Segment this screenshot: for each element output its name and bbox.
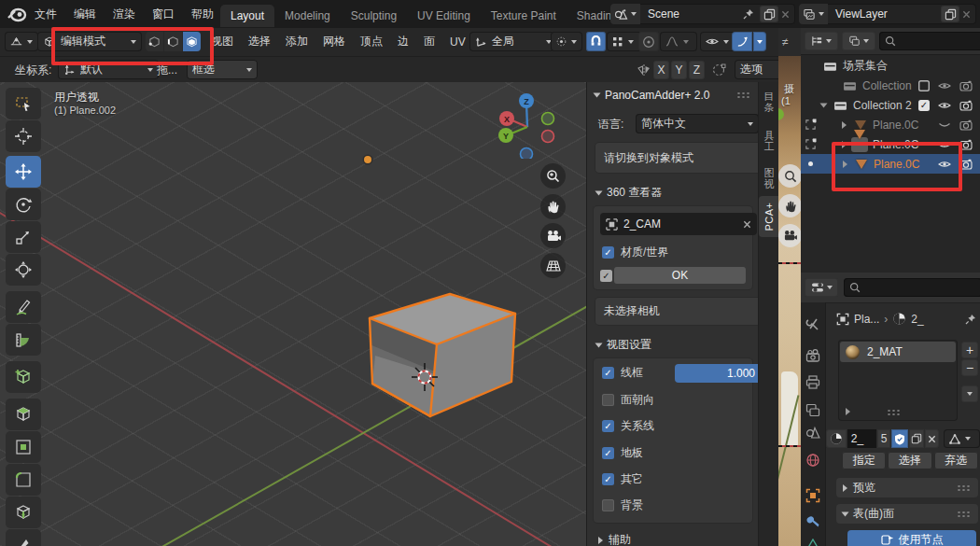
eye-icon[interactable] bbox=[938, 101, 951, 110]
tab-tool[interactable]: 工具 bbox=[759, 126, 778, 156]
tab-modeling[interactable]: Modeling bbox=[274, 5, 341, 27]
face-select-button[interactable] bbox=[183, 32, 201, 51]
tab-render-icon[interactable] bbox=[805, 349, 820, 362]
row-plane-selected[interactable]: Plane.0C bbox=[801, 154, 980, 174]
view-layer-name[interactable]: ViewLayer bbox=[828, 7, 941, 21]
strip-pan-button[interactable] bbox=[778, 194, 801, 217]
remove-slot-button[interactable]: − bbox=[961, 359, 978, 376]
pan-button[interactable] bbox=[540, 194, 566, 219]
snap-toggle[interactable] bbox=[586, 32, 606, 51]
face-orientation-row[interactable]: 面朝向 bbox=[602, 392, 654, 408]
overlays-chevron[interactable] bbox=[753, 32, 766, 51]
expand-icon[interactable] bbox=[842, 141, 847, 148]
tab-item[interactable]: 条目 bbox=[759, 87, 778, 117]
camera-name-field[interactable]: 2_CAM bbox=[600, 213, 757, 235]
box-select-dropdown[interactable]: 框选 bbox=[187, 60, 258, 79]
menu-add[interactable]: 添加 bbox=[278, 28, 315, 55]
tab-pca[interactable]: PCA+ bbox=[759, 196, 778, 237]
tool-extrude-region[interactable] bbox=[6, 399, 41, 430]
use-nodes-button[interactable]: 使用节点 bbox=[847, 530, 976, 546]
tab-tool-icon[interactable] bbox=[805, 317, 820, 332]
tab-texture-paint[interactable]: Texture Paint bbox=[481, 5, 567, 27]
mirror-x-toggle[interactable]: X bbox=[653, 61, 669, 79]
edge-select-button[interactable] bbox=[164, 32, 182, 51]
eye-icon[interactable] bbox=[938, 160, 951, 169]
editor-type-dropdown[interactable] bbox=[805, 278, 838, 297]
show-overlays-dropdown[interactable] bbox=[732, 32, 766, 51]
preview-panel-header[interactable]: 预览 bbox=[836, 478, 978, 497]
camera-visibility-icon[interactable] bbox=[959, 100, 973, 111]
vertex-select-button[interactable] bbox=[146, 32, 163, 51]
tool-measure[interactable] bbox=[6, 324, 41, 356]
row-plane-normal[interactable]: Plane.0C bbox=[801, 134, 980, 154]
add-slot-button[interactable]: + bbox=[961, 342, 978, 358]
scene-selector[interactable]: Scene bbox=[610, 4, 795, 24]
tab-modifiers-icon[interactable] bbox=[805, 514, 820, 529]
expand-icon[interactable] bbox=[843, 161, 847, 168]
material-slot-row[interactable]: 2_MAT bbox=[840, 342, 956, 362]
menu-edge[interactable]: 边 bbox=[390, 28, 416, 55]
falloff-dropdown[interactable] bbox=[660, 32, 697, 51]
camera-visibility-icon[interactable] bbox=[959, 80, 973, 91]
material-world-checkbox-row[interactable]: 材质/世界 bbox=[602, 245, 668, 260]
light-object-dot[interactable] bbox=[364, 156, 371, 163]
camera-visibility-icon[interactable] bbox=[959, 159, 973, 170]
proportional-editing-toggle[interactable] bbox=[638, 32, 659, 51]
new-scene-button[interactable] bbox=[760, 6, 778, 22]
menu-view[interactable]: 视图 bbox=[203, 28, 241, 55]
tool-move[interactable] bbox=[6, 156, 41, 188]
material-slots-list[interactable]: 2_MAT bbox=[838, 340, 958, 421]
pivot-point-dropdown[interactable] bbox=[551, 32, 582, 51]
row-collection-2[interactable]: Collection 2 bbox=[801, 95, 980, 115]
menu-render[interactable]: 渲染 bbox=[105, 0, 144, 28]
material-type-dropdown[interactable] bbox=[944, 429, 980, 448]
axis-gizmo[interactable]: Z X Y bbox=[493, 90, 562, 159]
expand-icon[interactable] bbox=[820, 103, 828, 107]
pin-icon[interactable] bbox=[965, 314, 976, 325]
tab-sculpting[interactable]: Sculpting bbox=[341, 5, 407, 27]
tab-view[interactable]: 视图 bbox=[759, 163, 778, 193]
display-mode-dropdown[interactable] bbox=[805, 32, 838, 50]
list-expand-icon[interactable] bbox=[846, 408, 850, 415]
tool-inset-faces[interactable] bbox=[6, 431, 41, 463]
perspective-toggle-button[interactable] bbox=[540, 253, 566, 278]
users-count-button[interactable]: 5 bbox=[877, 429, 890, 448]
drag-grip-icon[interactable] bbox=[736, 91, 751, 99]
mirror-y-toggle[interactable]: Y bbox=[671, 61, 687, 79]
mirror-z-toggle[interactable]: Z bbox=[689, 61, 705, 79]
breadcrumb-material[interactable]: 2_ bbox=[911, 313, 960, 326]
camera-viewport-strip[interactable]: ≠ 摄 (1 bbox=[778, 28, 801, 546]
menu-mesh[interactable]: 网格 bbox=[315, 28, 353, 55]
copy-material-button[interactable] bbox=[909, 429, 924, 448]
tool-rotate[interactable] bbox=[6, 189, 41, 220]
new-view-layer-button[interactable] bbox=[941, 6, 959, 22]
view-settings-header[interactable]: 视图设置 bbox=[596, 337, 651, 353]
wireframe-slider[interactable]: 1.000 bbox=[675, 364, 763, 383]
row-scene-collection[interactable]: 场景集合 bbox=[801, 56, 980, 76]
tool-bevel[interactable] bbox=[6, 464, 41, 496]
tab-output-icon[interactable] bbox=[805, 375, 820, 389]
view-layer-selector[interactable]: ViewLayer bbox=[799, 4, 976, 24]
relationship-row[interactable]: 关系线 bbox=[602, 418, 654, 434]
camera-view-button[interactable] bbox=[540, 223, 566, 248]
snap-base-icon[interactable] bbox=[710, 63, 727, 77]
tab-object-icon[interactable] bbox=[805, 488, 820, 503]
panel-header[interactable]: PanoCamAdder+ 2.0 bbox=[595, 89, 751, 102]
zoom-button[interactable] bbox=[540, 163, 566, 189]
menu-window[interactable]: 窗口 bbox=[144, 0, 183, 28]
close-icon[interactable] bbox=[781, 10, 790, 19]
breadcrumb-object[interactable]: Pla... bbox=[854, 313, 879, 326]
editor-type-button[interactable] bbox=[5, 32, 38, 51]
tab-view-layer-icon[interactable] bbox=[805, 403, 820, 417]
strip-zoom-button[interactable] bbox=[778, 164, 801, 188]
view-layer-icon[interactable] bbox=[799, 4, 828, 24]
helper-section-header[interactable]: 辅助 bbox=[598, 532, 631, 546]
tool-annotate[interactable] bbox=[6, 291, 41, 323]
deselect-button[interactable]: 弃选 bbox=[934, 452, 978, 469]
browse-material-button[interactable] bbox=[826, 429, 847, 448]
checkbox-light-icon[interactable] bbox=[600, 270, 612, 282]
floor-row[interactable]: 地板 bbox=[602, 445, 643, 461]
eye-icon[interactable] bbox=[938, 81, 951, 91]
tool-loop-cut[interactable] bbox=[6, 497, 41, 528]
menu-uv[interactable]: UV bbox=[442, 28, 473, 55]
